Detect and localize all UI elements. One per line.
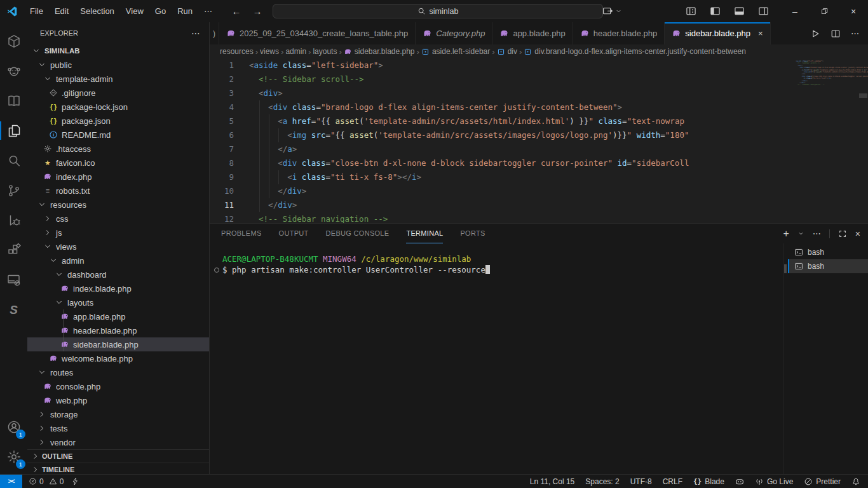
- menu-edit[interactable]: Edit: [49, 6, 74, 16]
- editor-scrollbar-thumb[interactable]: [859, 93, 867, 98]
- back-icon[interactable]: ←: [231, 6, 242, 17]
- tree-item-app-blade-php[interactable]: app.blade.php: [27, 309, 209, 323]
- breadcrumb-item[interactable]: aside.left-sidebar: [421, 47, 490, 56]
- breadcrumb-item[interactable]: div: [497, 47, 517, 56]
- code-line-9[interactable]: 9 <i class="ti ti-x fs-8"></i>: [210, 170, 868, 184]
- status-cursor-position[interactable]: Ln 11, Col 15: [530, 477, 575, 486]
- breadcrumb-item[interactable]: resources: [220, 47, 254, 56]
- tab-header-blade-php[interactable]: header.blade.php: [573, 22, 665, 44]
- tab-sidebar-blade-php[interactable]: sidebar.blade.php×: [665, 22, 770, 44]
- menu-selection[interactable]: Selection: [74, 6, 119, 16]
- search-icon[interactable]: [0, 146, 27, 175]
- minimap[interactable]: <aside class="left-sidebar"> <!-- Sideba…: [796, 60, 858, 86]
- terminal-list-item-bash[interactable]: bash: [788, 259, 868, 273]
- restore-button[interactable]: [810, 0, 839, 22]
- menu-go[interactable]: Go: [149, 6, 172, 16]
- status-go-live[interactable]: Go Live: [755, 477, 793, 486]
- tree-item-console-php[interactable]: console.php: [27, 379, 209, 393]
- status-copilot[interactable]: [735, 477, 744, 486]
- cast-button[interactable]: [602, 6, 622, 17]
- code-line-11[interactable]: 11 </div>: [210, 198, 868, 212]
- tree-item-siminlab[interactable]: SIMINLAB: [27, 44, 209, 58]
- code-line-7[interactable]: 7 </a>: [210, 142, 868, 156]
- code-line-8[interactable]: 8 <div class="close-btn d-xl-none d-bloc…: [210, 156, 868, 170]
- toggle-panel-icon[interactable]: [734, 6, 745, 17]
- bolt-status[interactable]: [71, 477, 79, 485]
- status-notifications[interactable]: [851, 477, 860, 486]
- tree-item-welcome-blade-php[interactable]: welcome.blade.php: [27, 351, 209, 365]
- editor-more-actions-icon[interactable]: ⋯: [851, 29, 859, 38]
- close-tab-icon[interactable]: ×: [758, 29, 763, 38]
- tree-item-favicon-ico[interactable]: ★favicon.ico: [27, 156, 209, 170]
- code-line-3[interactable]: 3 <div>: [210, 86, 868, 100]
- tree-item-routes[interactable]: routes: [27, 365, 209, 379]
- toggle-secondary-sidebar-icon[interactable]: [758, 6, 769, 17]
- code-line-2[interactable]: 2 <!-- Sidebar scroll-->: [210, 72, 868, 86]
- tree-item-sidebar-blade-php[interactable]: sidebar.blade.php: [27, 337, 209, 351]
- menu-view[interactable]: View: [120, 6, 149, 16]
- status-indentation[interactable]: Spaces: 2: [585, 477, 619, 486]
- settings-gear-icon[interactable]: 1: [0, 442, 27, 471]
- tree-item-storage[interactable]: storage: [27, 407, 209, 421]
- menu-file[interactable]: File: [24, 6, 49, 16]
- tree-item-css[interactable]: css: [27, 212, 209, 226]
- terminal-scrollbar-thumb[interactable]: [784, 264, 787, 273]
- tree-item-public[interactable]: public: [27, 58, 209, 72]
- run-debug-icon[interactable]: [0, 205, 27, 235]
- panel-tab-debug-console[interactable]: DEBUG CONSOLE: [326, 224, 390, 243]
- tree-item-layouts[interactable]: layouts: [27, 295, 209, 309]
- run-code-button[interactable]: [810, 29, 820, 39]
- breadcrumb-item[interactable]: sidebar.blade.php: [344, 47, 415, 56]
- customize-layout-icon[interactable]: [686, 6, 696, 17]
- panel-tab-ports[interactable]: PORTS: [460, 224, 485, 243]
- code-line-1[interactable]: 1<aside class="left-sidebar">: [210, 58, 868, 72]
- tree-item-package-lock-json[interactable]: {}package-lock.json: [27, 100, 209, 114]
- menu-overflow-icon[interactable]: ⋯: [198, 6, 218, 16]
- code-line-5[interactable]: 5 <a href="{{ asset('template-admin/src/…: [210, 114, 868, 128]
- monkey-icon[interactable]: [0, 56, 27, 86]
- status-prettier[interactable]: Prettier: [804, 477, 841, 486]
- tab-app-blade-php[interactable]: app.blade.php: [492, 22, 573, 44]
- accounts-icon[interactable]: 1: [0, 412, 27, 442]
- tree-item-web-php[interactable]: web.php: [27, 393, 209, 407]
- close-window-button[interactable]: ×: [839, 0, 868, 22]
- terminal-profile-dropdown-icon[interactable]: [797, 230, 804, 237]
- terminal[interactable]: ACER@LAPTOP-B48KUCMT MINGW64 /c/laragon/…: [210, 243, 788, 474]
- tree-item-index-php[interactable]: index.php: [27, 170, 209, 184]
- explorer-icon[interactable]: [0, 116, 27, 146]
- maximize-panel-icon[interactable]: [838, 229, 847, 238]
- minimize-button[interactable]: –: [780, 0, 810, 22]
- tree-item-js[interactable]: js: [27, 226, 209, 240]
- diagnostics[interactable]: 0 0: [29, 477, 64, 486]
- tab-2025-09-25-034430-create-loans-table-php[interactable]: 2025_09_25_034430_create_loans_table.php: [219, 22, 416, 44]
- panel-more-actions-icon[interactable]: ⋯: [813, 229, 821, 238]
- tree-item--gitignore[interactable]: .gitignore: [27, 86, 209, 100]
- tree-item-package-json[interactable]: {}package.json: [27, 114, 209, 128]
- tree-item--htaccess[interactable]: .htaccess: [27, 142, 209, 156]
- tree-item-resources[interactable]: resources: [27, 198, 209, 212]
- breadcrumb-item[interactable]: admin: [285, 47, 306, 56]
- terminal-list-item-bash[interactable]: bash: [788, 245, 868, 259]
- panel-tab-output[interactable]: OUTPUT: [279, 224, 309, 243]
- tab-category-php[interactable]: Category.php: [416, 22, 492, 44]
- menu-run[interactable]: Run: [172, 6, 198, 16]
- breadcrumb-item[interactable]: views: [260, 47, 279, 56]
- code-line-4[interactable]: 4 <div class="brand-logo d-flex align-it…: [210, 100, 868, 114]
- tree-item-index-blade-php[interactable]: index.blade.php: [27, 281, 209, 295]
- panel-tab-problems[interactable]: PROBLEMS: [221, 224, 262, 243]
- code-editor[interactable]: 1<aside class="left-sidebar">2 <!-- Side…: [210, 58, 868, 223]
- forward-icon[interactable]: →: [252, 6, 263, 17]
- explorer-actions-icon[interactable]: ⋯: [191, 28, 200, 38]
- toggle-sidebar-icon[interactable]: [710, 6, 721, 17]
- container-icon[interactable]: [0, 26, 27, 56]
- extensions-icon[interactable]: [0, 235, 27, 265]
- tree-item-admin[interactable]: admin: [27, 254, 209, 268]
- remote-indicator[interactable]: ><: [0, 475, 22, 488]
- tree-item-readme-md[interactable]: README.md: [27, 128, 209, 142]
- tree-item-robots-txt[interactable]: ≡robots.txt: [27, 184, 209, 198]
- code-line-6[interactable]: 6 <img src="{{ asset('template-admin/src…: [210, 128, 868, 142]
- new-terminal-button[interactable]: +: [783, 228, 789, 240]
- overflow-tab-fragment[interactable]: ): [210, 22, 219, 44]
- breadcrumb-item[interactable]: div.brand-logo.d-flex.align-items-center…: [524, 47, 746, 56]
- panel-tab-terminal[interactable]: TERMINAL: [406, 224, 443, 243]
